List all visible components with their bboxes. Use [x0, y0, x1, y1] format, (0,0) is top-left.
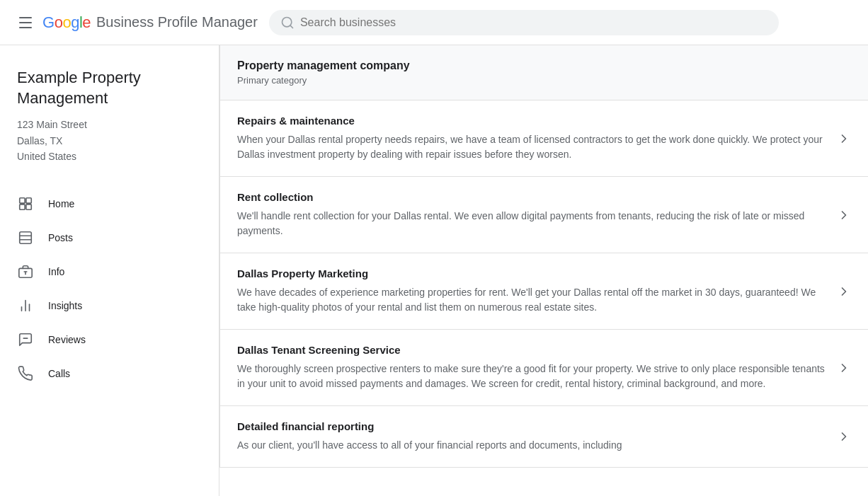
svg-rect-2	[20, 198, 25, 203]
hamburger-icon[interactable]	[11, 8, 40, 37]
service-item-marketing[interactable]: Dallas Property Marketing We have decade…	[220, 253, 868, 330]
business-info: Example Property Management 123 Main Str…	[0, 57, 219, 181]
sidebar-item-info[interactable]: Info	[0, 255, 219, 289]
sidebar-item-calls-label: Calls	[48, 368, 70, 379]
service-description-financial: As our client, you'll have access to all…	[237, 438, 826, 453]
google-logo: Google	[42, 13, 91, 32]
sidebar-item-home[interactable]: Home	[0, 187, 219, 221]
posts-icon	[17, 229, 34, 246]
services-container: Repairs & maintenance When your Dallas r…	[220, 100, 868, 468]
service-title-marketing: Dallas Property Marketing	[237, 267, 826, 279]
service-content-screening: Dallas Tenant Screening Service We thoro…	[237, 344, 826, 391]
service-content-financial: Detailed financial reporting As our clie…	[237, 420, 826, 453]
search-input[interactable]	[300, 16, 767, 29]
address-line2: Dallas, TX	[17, 133, 202, 149]
service-title-financial: Detailed financial reporting	[237, 420, 826, 432]
chevron-right-icon	[837, 361, 851, 375]
chevron-right-icon	[837, 208, 851, 222]
search-bar	[269, 10, 779, 35]
service-description-repairs: When your Dallas rental property needs r…	[237, 132, 826, 162]
app-title: Business Profile Manager	[96, 14, 258, 30]
calls-icon	[17, 365, 34, 382]
sidebar-item-calls[interactable]: Calls	[0, 357, 219, 391]
sidebar-item-reviews-label: Reviews	[48, 334, 86, 345]
insights-icon	[17, 297, 34, 314]
service-description-screening: We thoroughly screen prospective renters…	[237, 362, 826, 391]
service-item-financial[interactable]: Detailed financial reporting As our clie…	[220, 406, 868, 468]
sidebar-item-info-label: Info	[48, 266, 64, 277]
svg-rect-4	[20, 204, 25, 209]
sidebar-item-insights-label: Insights	[48, 300, 82, 311]
primary-category-card: Property management company Primary cate…	[220, 45, 868, 100]
svg-line-1	[290, 25, 293, 28]
service-title-screening: Dallas Tenant Screening Service	[237, 344, 826, 356]
chevron-right-icon	[837, 429, 851, 444]
chevron-right-icon	[837, 132, 851, 146]
sidebar-item-reviews[interactable]: Reviews	[0, 323, 219, 357]
service-item-rent[interactable]: Rent collection We'll handle rent collec…	[220, 177, 868, 253]
service-content-rent: Rent collection We'll handle rent collec…	[237, 191, 826, 238]
service-description-rent: We'll handle rent collection for your Da…	[237, 209, 826, 238]
service-description-marketing: We have decades of experience marketing …	[237, 285, 826, 315]
sidebar-item-posts[interactable]: Posts	[0, 221, 219, 255]
chevron-right-icon	[837, 284, 851, 299]
address-line1: 123 Main Street	[17, 117, 202, 132]
business-name: Example Property Management	[17, 68, 202, 108]
sidebar-item-posts-label: Posts	[48, 232, 73, 243]
service-item-repairs[interactable]: Repairs & maintenance When your Dallas r…	[220, 100, 868, 177]
service-content-marketing: Dallas Property Marketing We have decade…	[237, 267, 826, 315]
service-item-screening[interactable]: Dallas Tenant Screening Service We thoro…	[220, 330, 868, 406]
main-layout: Example Property Management 123 Main Str…	[0, 45, 868, 496]
service-title-repairs: Repairs & maintenance	[237, 115, 826, 127]
home-icon	[17, 195, 34, 212]
primary-category-label: Primary category	[237, 75, 851, 86]
svg-rect-3	[26, 198, 31, 203]
service-title-rent: Rent collection	[237, 191, 826, 203]
sidebar: Example Property Management 123 Main Str…	[0, 45, 219, 496]
search-icon	[280, 16, 295, 30]
sidebar-item-insights[interactable]: Insights	[0, 289, 219, 323]
info-icon	[17, 263, 34, 280]
content-area: Property management company Primary cate…	[219, 45, 868, 496]
sidebar-item-home-label: Home	[48, 198, 74, 209]
app-header: Google Business Profile Manager	[0, 0, 868, 45]
sidebar-nav: Home Posts	[0, 187, 219, 391]
service-content-repairs: Repairs & maintenance When your Dallas r…	[237, 115, 826, 162]
business-address: 123 Main Street Dallas, TX United States	[17, 117, 202, 164]
services-list: Property management company Primary cate…	[219, 45, 868, 468]
primary-category-name: Property management company	[237, 59, 851, 72]
svg-rect-6	[20, 232, 32, 244]
address-line3: United States	[17, 149, 202, 164]
svg-rect-5	[26, 204, 31, 209]
reviews-icon	[17, 331, 34, 348]
